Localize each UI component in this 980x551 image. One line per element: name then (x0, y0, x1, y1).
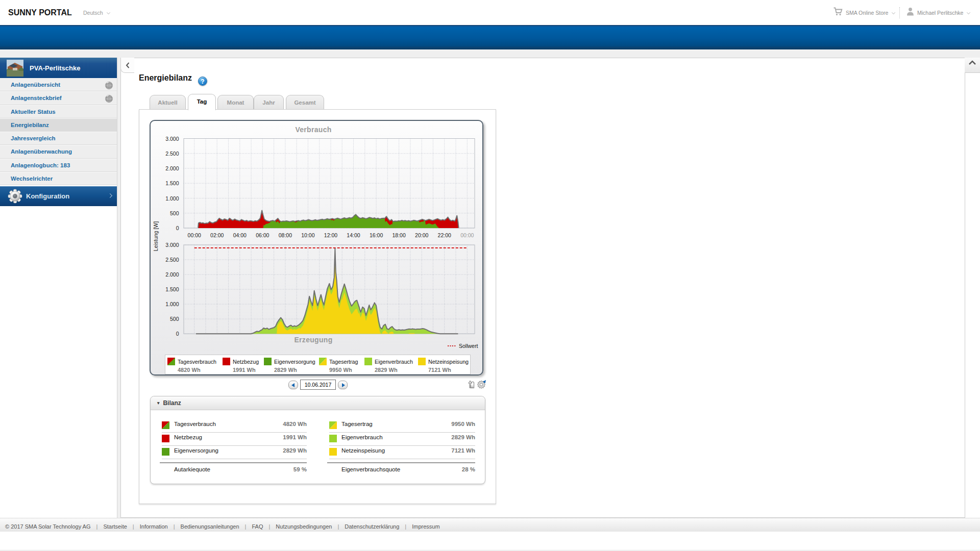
svg-text:Sollwert: Sollwert (459, 343, 478, 349)
svg-text:Eigenverbrauch: Eigenverbrauch (375, 359, 413, 365)
svg-text:Erzeugung: Erzeugung (294, 336, 332, 344)
svg-text:2829 Wh: 2829 Wh (375, 367, 398, 373)
svg-text:2829 Wh: 2829 Wh (274, 367, 297, 373)
svg-text:2.500: 2.500 (165, 257, 179, 263)
svg-text:Leistung [W]: Leistung [W] (153, 221, 159, 251)
svg-text:Verbrauch: Verbrauch (295, 126, 331, 134)
svg-text:500: 500 (170, 210, 179, 216)
svg-text:4820 Wh: 4820 Wh (178, 367, 201, 373)
svg-text:2.500: 2.500 (165, 151, 179, 157)
svg-text:18:00: 18:00 (392, 232, 405, 238)
svg-text:22:00: 22:00 (438, 232, 451, 238)
svg-text:1.000: 1.000 (165, 195, 179, 202)
svg-text:Tagesverbrauch: Tagesverbrauch (178, 359, 216, 365)
svg-text:12:00: 12:00 (324, 232, 337, 238)
svg-text:16:00: 16:00 (370, 232, 383, 238)
svg-text:3.000: 3.000 (165, 242, 179, 248)
svg-text:00:00: 00:00 (188, 232, 201, 238)
svg-text:0: 0 (176, 331, 179, 337)
svg-text:Tagesertrag: Tagesertrag (329, 359, 358, 365)
svg-text:00:00: 00:00 (460, 232, 474, 238)
svg-text:08:00: 08:00 (279, 232, 292, 238)
svg-text:14:00: 14:00 (347, 232, 360, 238)
svg-text:1.500: 1.500 (165, 286, 179, 292)
svg-text:Eigenversorgung: Eigenversorgung (274, 359, 315, 365)
svg-text:02:00: 02:00 (210, 232, 224, 238)
svg-text:9950 Wh: 9950 Wh (329, 367, 352, 373)
svg-text:2.000: 2.000 (165, 165, 179, 171)
svg-text:1.000: 1.000 (165, 301, 179, 307)
svg-text:0: 0 (176, 225, 179, 231)
svg-text:Netzeinspeisung: Netzeinspeisung (428, 359, 469, 365)
svg-text:500: 500 (170, 316, 179, 322)
svg-text:06:00: 06:00 (256, 232, 269, 238)
svg-text:1.500: 1.500 (165, 180, 179, 186)
svg-text:Netzbezug: Netzbezug (233, 359, 259, 365)
svg-text:20:00: 20:00 (415, 232, 428, 238)
svg-text:10:00: 10:00 (301, 232, 314, 238)
svg-text:04:00: 04:00 (233, 232, 247, 238)
svg-text:3.000: 3.000 (165, 136, 179, 142)
svg-text:7121 Wh: 7121 Wh (428, 367, 451, 373)
svg-text:2.000: 2.000 (165, 271, 179, 278)
svg-text:1991 Wh: 1991 Wh (233, 367, 256, 373)
